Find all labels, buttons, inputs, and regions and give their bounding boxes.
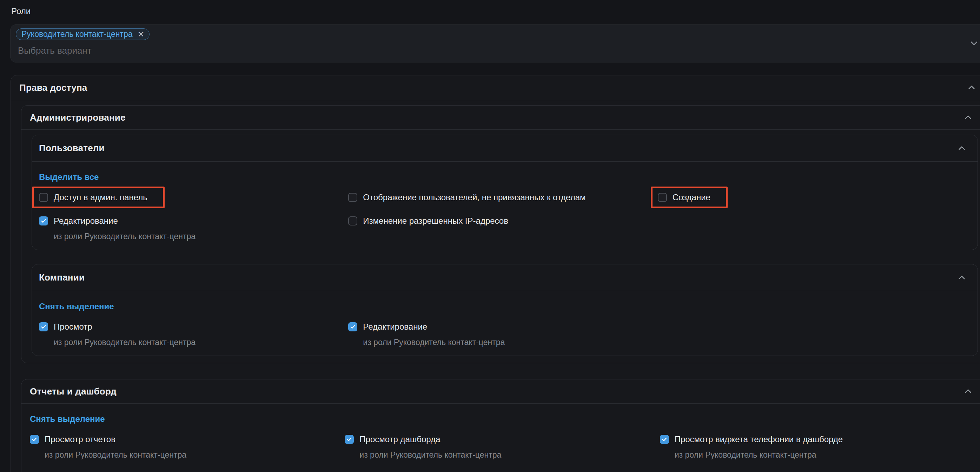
section-card-компании: КомпанииСнять выделениеПросмотриз роли Р…	[32, 264, 978, 356]
permission-row[interactable]: Просмотр	[39, 322, 92, 332]
permission-label: Просмотр виджета телефонии в дашборде	[675, 434, 843, 444]
permission-item-отображение-пользователей-не-привязанных-к-отделам: Отображение пользователей, не привязанны…	[348, 193, 657, 203]
chevron-up-icon[interactable]	[963, 386, 973, 397]
roles-field-label: Роли	[11, 6, 980, 16]
section-title: Пользователи	[39, 143, 105, 154]
access-rights-header[interactable]: Права доступа	[11, 75, 980, 100]
permissions-grid: Доступ в админ. панельОтображение пользо…	[39, 193, 967, 241]
permission-item-редактирование: Редактированиеиз роли Руководитель конта…	[39, 216, 348, 241]
checkbox-unchecked[interactable]	[658, 193, 667, 202]
permission-row[interactable]: Создание	[651, 187, 728, 208]
permission-item-просмотр-виджета-телефонии-в-дашборде: Просмотр виджета телефонии в дашбордеиз …	[660, 434, 975, 460]
section-body: Снять выделениеПросмотриз роли Руководит…	[32, 291, 978, 356]
checkbox-checked[interactable]	[39, 322, 48, 331]
section-card-пользователи: ПользователиВыделить всеДоступ в админ. …	[32, 135, 978, 250]
checkbox-checked[interactable]	[39, 216, 48, 225]
checkbox-unchecked[interactable]	[39, 193, 48, 202]
permission-note: из роли Руководитель контакт-центра	[360, 450, 660, 460]
section-title: Отчеты и дашборд	[30, 386, 116, 397]
checkbox-unchecked[interactable]	[348, 216, 357, 225]
checkbox-checked[interactable]	[345, 435, 354, 444]
section-title: Администрирование	[30, 112, 126, 123]
permission-row[interactable]: Отображение пользователей, не привязанны…	[348, 193, 585, 202]
chevron-up-icon[interactable]	[966, 82, 977, 93]
checkbox-checked[interactable]	[348, 322, 357, 331]
permissions-grid: Просмотр отчетовиз роли Руководитель кон…	[30, 434, 975, 472]
permission-label: Просмотр дашборда	[360, 434, 440, 444]
permission-label: Редактирование	[54, 216, 118, 226]
permission-label: Изменение разрешенных IP-адресов	[363, 216, 508, 226]
selection-toggle-link[interactable]: Выделить все	[39, 172, 99, 182]
permission-item-создание: Создание	[658, 193, 967, 203]
permission-label: Редактирование	[363, 322, 427, 332]
checkbox-checked[interactable]	[30, 435, 39, 444]
permission-label: Просмотр	[54, 322, 92, 332]
permission-label: Создание	[673, 193, 710, 202]
permission-item-просмотр-дашборда: Просмотр дашбордаиз роли Руководитель ко…	[345, 434, 660, 460]
section-header-пользователи[interactable]: Пользователи	[32, 135, 978, 162]
permission-row[interactable]: Доступ в админ. панель	[32, 187, 165, 208]
permission-item-изменение-разрешенных-ip-адресов: Изменение разрешенных IP-адресов	[348, 216, 657, 227]
permissions-grid: Просмотриз роли Руководитель контакт-цен…	[39, 322, 967, 347]
section-title: Компании	[39, 272, 84, 283]
permission-item-просмотр: Просмотриз роли Руководитель контакт-цен…	[39, 322, 348, 347]
permission-row[interactable]: Редактирование	[39, 216, 118, 226]
checkbox-unchecked[interactable]	[348, 193, 357, 202]
permission-note: из роли Руководитель контакт-центра	[45, 450, 345, 460]
permission-note: из роли Руководитель контакт-центра	[54, 338, 348, 347]
role-tag[interactable]: Руководитель контакт-центра ✕	[16, 29, 150, 40]
remove-tag-icon[interactable]: ✕	[138, 30, 145, 39]
permission-label: Просмотр отчетов	[45, 434, 116, 444]
chevron-up-icon[interactable]	[963, 112, 973, 123]
permission-row[interactable]: Изменение разрешенных IP-адресов	[348, 216, 508, 226]
permission-item-доступ-в-админ-панель: Доступ в админ. панель	[39, 193, 348, 203]
chevron-up-icon[interactable]	[956, 143, 967, 154]
section-header-компании[interactable]: Компании	[32, 265, 978, 291]
section-header-администрирование[interactable]: Администрирование	[21, 106, 980, 130]
permission-item-просмотр-отчетов: Просмотр отчетовиз роли Руководитель кон…	[30, 434, 345, 460]
chevron-up-icon[interactable]	[956, 272, 967, 283]
section-body: Снять выделениеПросмотр отчетовиз роли Р…	[21, 404, 980, 472]
permission-row[interactable]: Редактирование	[348, 322, 427, 332]
section-body: Выделить всеДоступ в админ. панельОтобра…	[32, 162, 978, 250]
roles-select-placeholder: Выбрать вариант	[18, 45, 969, 56]
permission-item-редактирование: Редактированиеиз роли Руководитель конта…	[348, 322, 657, 347]
chevron-down-icon[interactable]	[969, 38, 980, 50]
selection-toggle-link[interactable]: Снять выделение	[39, 302, 114, 311]
access-rights-title: Права доступа	[19, 82, 87, 93]
permission-note: из роли Руководитель контакт-центра	[363, 338, 657, 347]
access-rights-card: Права доступа АдминистрированиеПользоват…	[11, 75, 980, 472]
permission-row[interactable]: Просмотр отчетов	[30, 434, 116, 444]
permission-label: Отображение пользователей, не привязанны…	[363, 193, 585, 202]
permission-note: из роли Руководитель контакт-центра	[54, 232, 348, 241]
role-tag-label: Руководитель контакт-центра	[21, 30, 133, 39]
section-card-администрирование: АдминистрированиеПользователиВыделить вс…	[21, 105, 980, 363]
checkbox-checked[interactable]	[660, 435, 669, 444]
role-permissions-page: Роли Руководитель контакт-центра ✕ Выбра…	[0, 0, 980, 472]
roles-select[interactable]: Руководитель контакт-центра ✕ Выбрать ва…	[11, 25, 980, 62]
access-groups: АдминистрированиеПользователиВыделить вс…	[11, 100, 980, 472]
permission-note: из роли Руководитель контакт-центра	[675, 450, 975, 460]
permission-row[interactable]: Просмотр виджета телефонии в дашборде	[660, 434, 843, 444]
permission-row[interactable]: Просмотр дашборда	[345, 434, 440, 444]
permission-label: Доступ в админ. панель	[54, 193, 148, 202]
section-body: ПользователиВыделить всеДоступ в админ. …	[21, 130, 980, 363]
section-header-отчеты-и-дашборд[interactable]: Отчеты и дашборд	[21, 379, 980, 404]
section-card-отчеты-и-дашборд: Отчеты и дашбордСнять выделениеПросмотр …	[21, 379, 980, 472]
selection-toggle-link[interactable]: Снять выделение	[30, 414, 105, 424]
